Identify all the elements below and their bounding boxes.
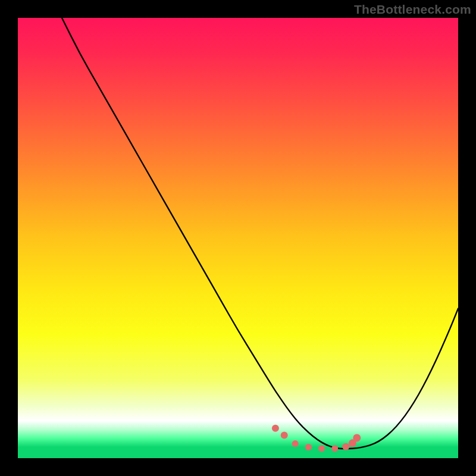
chart-background (18, 18, 458, 458)
optimal-marker (318, 445, 325, 452)
watermark-text: TheBottleneck.com (354, 2, 471, 17)
optimal-marker (281, 432, 288, 439)
optimal-marker (353, 434, 361, 441)
chart-stage: TheBottleneck.com (0, 0, 476, 476)
optimal-marker (272, 425, 279, 432)
optimal-marker (331, 445, 338, 452)
bottleneck-chart (18, 18, 458, 458)
optimal-marker (342, 443, 349, 450)
optimal-marker (292, 440, 299, 447)
optimal-marker (305, 444, 312, 450)
